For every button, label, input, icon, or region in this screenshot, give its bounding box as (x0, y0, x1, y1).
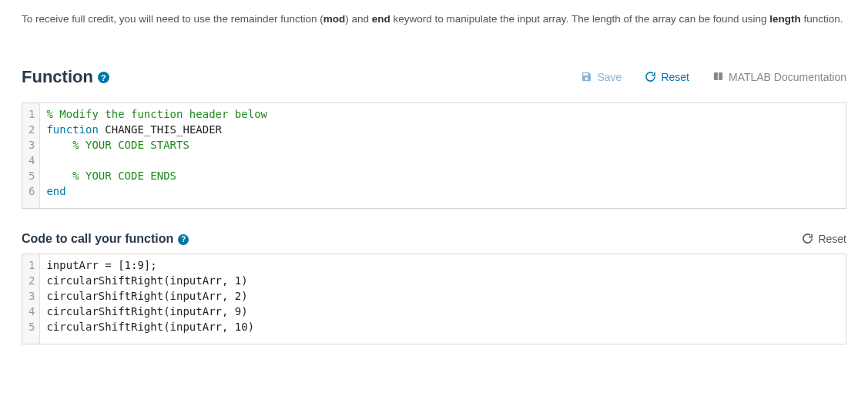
reset-button[interactable]: Reset (645, 71, 689, 83)
section-title: Code to call your function ? (22, 232, 189, 246)
docs-label: MATLAB Documentation (729, 71, 846, 83)
instructions-text: To receive full credit, you will need to… (22, 11, 846, 29)
function-editor[interactable]: 1 2 3 4 5 6 % Modify the function header… (22, 102, 846, 209)
reset-label: Reset (661, 71, 689, 83)
help-icon[interactable]: ? (178, 234, 189, 245)
line-gutter: 1 2 3 4 5 6 (22, 103, 40, 208)
title-text: Function (22, 67, 93, 87)
reset-label: Reset (818, 233, 846, 245)
title-text: Code to call your function (22, 232, 173, 246)
book-icon (712, 71, 724, 82)
code-content[interactable]: % Modify the function header below funct… (40, 103, 846, 208)
reset-icon (645, 71, 656, 82)
code-content[interactable]: inputArr = [1:9]; circularShiftRight(inp… (40, 254, 846, 344)
help-icon[interactable]: ? (98, 72, 109, 83)
reset-button[interactable]: Reset (802, 233, 846, 245)
line-gutter: 1 2 3 4 5 (22, 254, 40, 344)
docs-link[interactable]: MATLAB Documentation (712, 71, 846, 83)
save-button[interactable]: Save (581, 71, 622, 83)
save-label: Save (597, 71, 622, 83)
action-bar: Save Reset MATLAB Documentation (581, 71, 846, 83)
action-bar: Reset (802, 233, 846, 245)
call-section-header: Code to call your function ? Reset (22, 232, 846, 246)
call-editor[interactable]: 1 2 3 4 5 inputArr = [1:9]; circularShif… (22, 254, 846, 344)
save-icon (581, 71, 592, 82)
function-section-header: Function ? Save Reset MATLAB Documentati… (22, 67, 846, 87)
section-title: Function ? (22, 67, 109, 87)
reset-icon (802, 233, 813, 244)
